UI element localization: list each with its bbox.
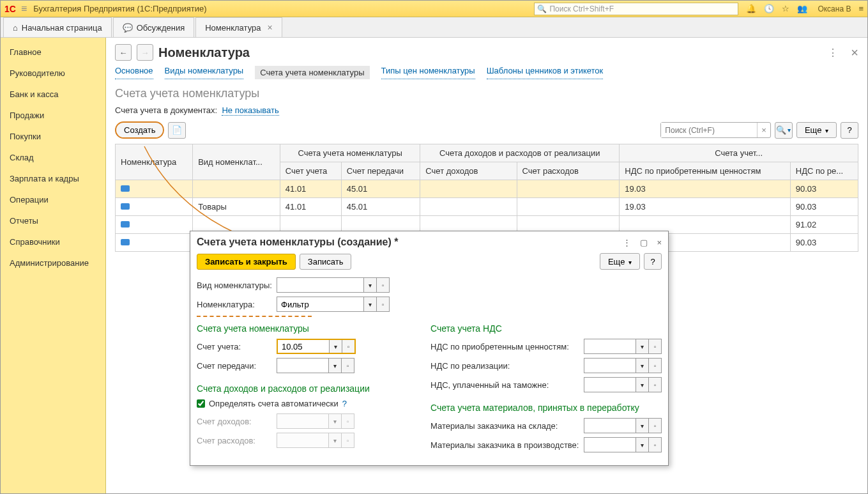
dialog-close-icon[interactable]: × bbox=[657, 238, 662, 247]
clear-search-icon[interactable]: × bbox=[757, 123, 770, 137]
materials-stock-input[interactable]: ▾▫ bbox=[584, 418, 662, 433]
col-group-income[interactable]: Счета доходов и расходов от реализации bbox=[420, 144, 620, 162]
chevron-down-icon[interactable]: ▾ bbox=[636, 438, 648, 452]
app-logo: 1C bbox=[4, 4, 16, 14]
help-button[interactable]: ? bbox=[841, 122, 858, 139]
sidebar-item-manager[interactable]: Руководителю bbox=[1, 63, 105, 84]
menu-icon[interactable]: ≡ bbox=[858, 4, 864, 13]
subnav-main[interactable]: Основное bbox=[115, 66, 153, 79]
user-icon[interactable]: 👥 bbox=[797, 4, 807, 13]
more-menu-icon[interactable]: ⋮ bbox=[828, 47, 838, 59]
sidebar-item-reports[interactable]: Отчеты bbox=[1, 210, 105, 231]
tab-discussions[interactable]: 💬 Обсуждения bbox=[113, 17, 195, 37]
sidebar-item-admin[interactable]: Администрирование bbox=[1, 252, 105, 274]
subnav-types[interactable]: Виды номенклатуры bbox=[165, 66, 244, 79]
auto-checkbox[interactable] bbox=[197, 399, 205, 408]
vat-purchase-label: НДС по приобретенным ценностям: bbox=[430, 342, 584, 351]
table-search[interactable]: × bbox=[660, 122, 771, 138]
help-link[interactable]: ? bbox=[342, 399, 347, 408]
hamburger-icon[interactable]: ≡ bbox=[21, 3, 27, 15]
col-group-vat[interactable]: Счета учет... bbox=[620, 144, 858, 162]
open-icon[interactable]: ▫ bbox=[648, 378, 661, 392]
col-account[interactable]: Счет учета bbox=[280, 162, 341, 180]
forward-button[interactable]: → bbox=[137, 44, 153, 61]
dialog-more-icon[interactable]: ⋮ bbox=[623, 238, 631, 247]
open-icon[interactable]: ▫ bbox=[648, 419, 661, 433]
col-vat-purchase[interactable]: НДС по приобретенным ценностям bbox=[620, 162, 790, 180]
subnav-price-types[interactable]: Типы цен номенклатуры bbox=[381, 66, 475, 79]
star-icon[interactable]: ☆ bbox=[782, 4, 789, 13]
sidebar-item-sales[interactable]: Продажи bbox=[1, 105, 105, 126]
search-button[interactable]: 🔍▾ bbox=[775, 122, 793, 139]
chevron-down-icon[interactable]: ▾ bbox=[329, 340, 342, 353]
subnav-accounts[interactable]: Счета учета номенклатуры bbox=[255, 66, 369, 79]
tab-home-label: Начальная страница bbox=[22, 23, 102, 33]
table-search-input[interactable] bbox=[661, 123, 757, 137]
bell-icon[interactable]: 🔔 bbox=[746, 4, 756, 13]
nom-type-input[interactable]: ▾▫ bbox=[277, 277, 390, 293]
create-button[interactable]: Создать bbox=[115, 121, 164, 139]
sidebar-item-bank[interactable]: Банк и касса bbox=[1, 84, 105, 105]
chevron-down-icon[interactable]: ▾ bbox=[636, 359, 648, 373]
sidebar-item-warehouse[interactable]: Склад bbox=[1, 147, 105, 168]
table-row[interactable]: Товары41.0145.0119.0390.03 bbox=[116, 198, 858, 216]
sidebar-item-references[interactable]: Справочники bbox=[1, 231, 105, 252]
col-transfer[interactable]: Счет передачи bbox=[341, 162, 420, 180]
sidebar-item-operations[interactable]: Операции bbox=[1, 189, 105, 210]
chevron-down-icon[interactable]: ▾ bbox=[636, 419, 648, 433]
sidebar-item-purchases[interactable]: Покупки bbox=[1, 126, 105, 147]
open-icon[interactable]: ▫ bbox=[341, 433, 354, 447]
chevron-down-icon[interactable]: ▾ bbox=[363, 278, 376, 292]
open-icon[interactable]: ▫ bbox=[648, 359, 661, 373]
nomenclature-input[interactable]: ▾▫ bbox=[277, 297, 390, 312]
open-icon[interactable]: ▫ bbox=[376, 297, 389, 311]
vat-customs-input[interactable]: ▾▫ bbox=[584, 377, 662, 392]
open-icon[interactable]: ▫ bbox=[648, 339, 661, 353]
filter-value-link[interactable]: Не показывать bbox=[222, 105, 278, 116]
chevron-down-icon[interactable]: ▾ bbox=[328, 359, 341, 373]
table-row[interactable]: 41.0145.0119.0390.03 bbox=[116, 180, 858, 198]
subnav-templates[interactable]: Шаблоны ценников и этикеток bbox=[487, 66, 604, 79]
chevron-down-icon[interactable]: ▾ bbox=[636, 378, 648, 392]
more-button[interactable]: Еще ▾ bbox=[796, 122, 837, 138]
copy-button[interactable]: 📄 bbox=[168, 122, 186, 139]
col-expense[interactable]: Счет расходов bbox=[517, 162, 620, 180]
save-button[interactable]: Записать bbox=[300, 254, 352, 270]
account-input[interactable]: ▾▫ bbox=[277, 339, 356, 354]
dialog-maximize-icon[interactable]: ▢ bbox=[640, 238, 648, 247]
open-icon[interactable]: ▫ bbox=[648, 438, 661, 452]
col-vat-sale[interactable]: НДС по ре... bbox=[790, 162, 858, 180]
col-nomenclature[interactable]: Номенклатура bbox=[116, 144, 193, 180]
dialog-help-button[interactable]: ? bbox=[644, 253, 662, 270]
col-nom-type[interactable]: Вид номенклат... bbox=[193, 144, 280, 180]
close-page-icon[interactable]: × bbox=[851, 45, 858, 60]
open-icon[interactable]: ▫ bbox=[341, 359, 354, 373]
history-icon[interactable]: 🕓 bbox=[764, 4, 774, 13]
open-icon[interactable]: ▫ bbox=[376, 278, 389, 292]
vat-sale-input[interactable]: ▾▫ bbox=[584, 358, 662, 373]
chevron-down-icon[interactable]: ▾ bbox=[363, 297, 376, 311]
col-group-accounts[interactable]: Счета учета номенклатуры bbox=[280, 144, 420, 162]
transfer-input[interactable]: ▾▫ bbox=[277, 358, 354, 373]
materials-prod-input[interactable]: ▾▫ bbox=[584, 437, 662, 452]
chevron-down-icon[interactable]: ▾ bbox=[636, 339, 648, 353]
search-placeholder: Поиск Ctrl+Shift+F bbox=[549, 4, 614, 13]
tab-nomenclature[interactable]: Номенклатура × bbox=[195, 17, 282, 37]
back-button[interactable]: ← bbox=[115, 44, 132, 61]
open-icon[interactable]: ▫ bbox=[342, 340, 354, 353]
chevron-down-icon[interactable]: ▾ bbox=[328, 414, 341, 428]
vat-purchase-input[interactable]: ▾▫ bbox=[584, 339, 662, 354]
global-search[interactable]: 🔍 Поиск Ctrl+Shift+F bbox=[534, 3, 738, 15]
sidebar-item-main[interactable]: Главное bbox=[1, 42, 105, 63]
sidebar-item-payroll[interactable]: Зарплата и кадры bbox=[1, 168, 105, 189]
close-icon[interactable]: × bbox=[267, 22, 272, 33]
search-icon: 🔍 bbox=[537, 4, 547, 13]
income-input[interactable]: ▾▫ bbox=[277, 413, 354, 429]
tab-home[interactable]: ⌂ Начальная страница bbox=[3, 17, 112, 37]
chevron-down-icon[interactable]: ▾ bbox=[328, 433, 341, 447]
col-income[interactable]: Счет доходов bbox=[420, 162, 517, 180]
save-close-button[interactable]: Записать и закрыть bbox=[197, 254, 296, 270]
expense-input[interactable]: ▾▫ bbox=[277, 433, 354, 448]
open-icon[interactable]: ▫ bbox=[341, 414, 354, 428]
dialog-more-button[interactable]: Еще ▾ bbox=[600, 253, 640, 270]
